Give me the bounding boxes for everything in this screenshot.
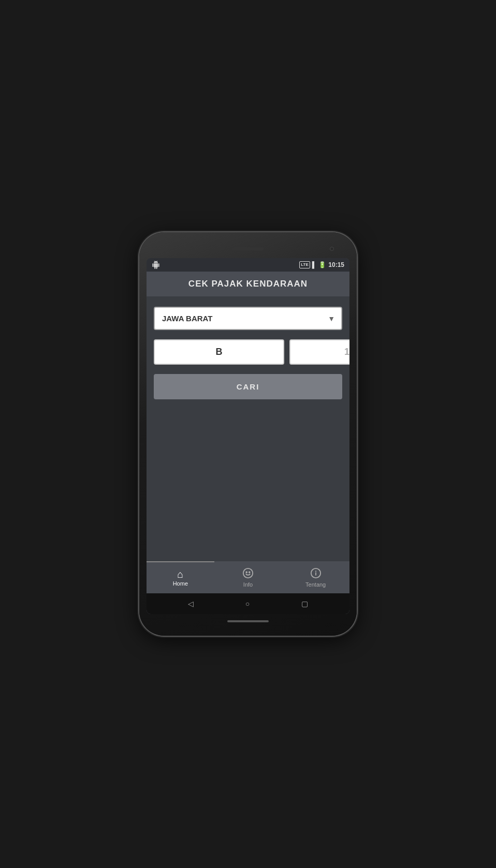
app-title: CEK PAJAK KENDARAAN	[188, 279, 308, 289]
signal-icon: ▌	[312, 261, 317, 268]
main-content: JAWA BARAT JAWA TENGAH JAWA TIMUR DKI JA…	[147, 296, 349, 561]
nav-label-tentang: Tentang	[305, 581, 326, 588]
province-dropdown-wrapper: JAWA BARAT JAWA TENGAH JAWA TIMUR DKI JA…	[154, 307, 342, 330]
home-bar	[227, 620, 269, 622]
phone-top	[147, 242, 349, 256]
nav-label-info: Info	[243, 581, 253, 588]
phone-device: LTE ▌ 🔋 10:15 CEK PAJAK KENDARAAN JAWA B…	[139, 232, 357, 636]
camera	[330, 247, 334, 251]
battery-icon: 🔋	[318, 261, 326, 268]
bottom-nav: ⌂ Home Info	[147, 561, 349, 593]
status-bar: LTE ▌ 🔋 10:15	[147, 258, 349, 272]
nav-item-home[interactable]: ⌂ Home	[147, 561, 214, 593]
back-button[interactable]: ◁	[188, 600, 194, 608]
recents-button[interactable]: ▢	[301, 600, 308, 608]
svg-point-1	[246, 572, 247, 573]
province-select[interactable]: JAWA BARAT JAWA TENGAH JAWA TIMUR DKI JA…	[154, 307, 342, 330]
nav-label-home: Home	[173, 580, 188, 587]
system-nav-bar: ◁ ○ ▢	[147, 593, 349, 614]
time-display: 10:15	[328, 261, 344, 268]
phone-screen: LTE ▌ 🔋 10:15 CEK PAJAK KENDARAAN JAWA B…	[147, 258, 349, 614]
info-smiley-icon	[242, 567, 254, 580]
lte-badge: LTE	[299, 261, 310, 268]
nav-item-info[interactable]: Info	[214, 561, 282, 593]
home-icon: ⌂	[177, 569, 183, 579]
android-icon	[152, 261, 160, 269]
status-right: LTE ▌ 🔋 10:15	[299, 261, 344, 268]
svg-point-2	[249, 572, 250, 573]
search-button[interactable]: CARI	[154, 374, 342, 399]
speaker	[232, 247, 264, 250]
plate-prefix-input[interactable]	[154, 339, 284, 365]
nav-item-tentang[interactable]: Tentang	[282, 561, 349, 593]
dropdown-container: JAWA BARAT JAWA TENGAH JAWA TIMUR DKI JA…	[154, 307, 342, 330]
plate-inputs-row	[154, 339, 342, 365]
svg-point-0	[243, 568, 253, 577]
about-icon	[310, 567, 322, 580]
status-left	[152, 261, 160, 269]
home-button[interactable]: ○	[245, 600, 250, 608]
app-bar: CEK PAJAK KENDARAAN	[147, 272, 349, 296]
phone-bottom	[147, 616, 349, 626]
plate-number-input[interactable]	[289, 339, 349, 365]
